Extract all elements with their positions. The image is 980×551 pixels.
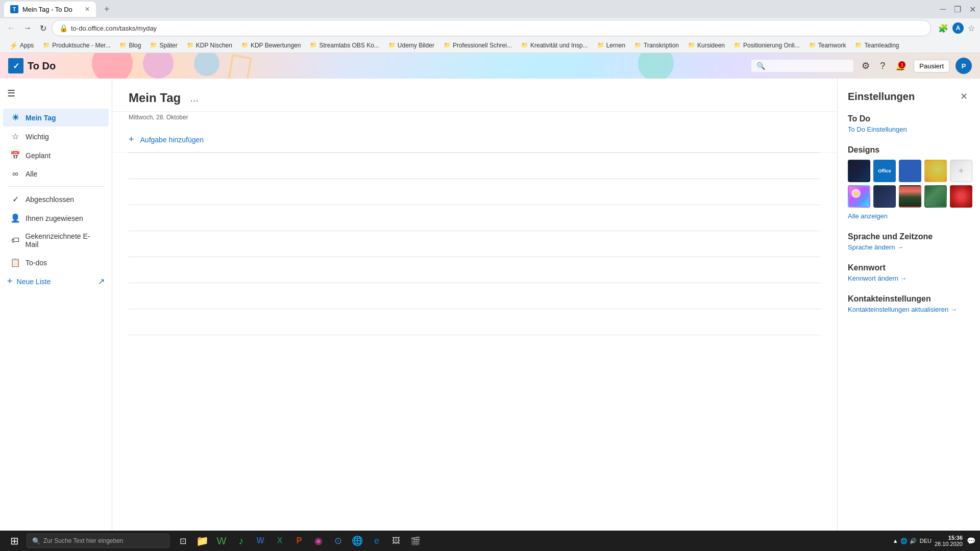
bookmark-apps[interactable]: ⚡ Apps (5, 40, 38, 51)
clock-time: 15:36 (935, 535, 963, 541)
taskbar-apps: ⊡ 📁 W ♪ W X P ◉ ⊙ 🌐 e (174, 532, 425, 550)
bookmark-udemy[interactable]: 📁 Udemy Bilder (384, 41, 438, 50)
search-icon: 🔍 (756, 62, 765, 70)
network-icon[interactable]: 🌐 (900, 538, 908, 544)
app-search-bar[interactable]: 🔍 (751, 60, 853, 72)
sidebar-item-todos[interactable]: 📋 To-dos (3, 254, 109, 271)
password-settings-link[interactable]: Kennwort ändern → (848, 274, 970, 282)
taskbar-explorer[interactable]: 📁 (193, 532, 211, 550)
sidebar-item-mein-tag[interactable]: ☀ Mein Tag (3, 109, 109, 127)
bookmark-spater[interactable]: 📁 Später (146, 41, 181, 50)
bookmark-kdp-nischen[interactable]: 📁 KDP Nischen (183, 41, 236, 50)
design-thumb-red-circle[interactable] (950, 185, 972, 208)
pause-button[interactable]: Pausiert (914, 60, 949, 72)
sidebar-item-geplant[interactable]: 📅 Geplant (3, 146, 109, 164)
clock-date: 28.10.2020 (935, 541, 963, 547)
bookmark-transkription[interactable]: 📁 Transkription (630, 41, 683, 50)
taskbar-task-view[interactable]: ⊡ (174, 532, 192, 550)
taskbar-app-8[interactable]: ⊙ (329, 532, 347, 550)
taskbar-clock[interactable]: 15:36 28.10.2020 (935, 535, 963, 547)
design-thumb-mountains[interactable] (899, 185, 921, 208)
export-icon: ↗ (98, 277, 105, 286)
tray-arrow[interactable]: ▲ (893, 538, 898, 544)
user-avatar[interactable]: P (955, 58, 972, 74)
address-bar[interactable]: 🔒 to-do.office.com/tasks/myday (52, 20, 931, 36)
hamburger-button[interactable]: ☰ (4, 85, 18, 102)
taskbar-chrome[interactable]: 🌐 (348, 532, 366, 550)
close-window-button[interactable]: ✕ (969, 5, 976, 14)
sidebar-item-ihnen-zugewiesen[interactable]: 👤 Ihnen zugewiesen (3, 209, 109, 227)
app10-icon: 🖼 (392, 536, 400, 545)
language-settings-link[interactable]: Sprache ändern → (848, 243, 970, 251)
taskbar: ⊞ 🔍 Zur Suche Text hier eingeben ⊡ 📁 W ♪… (0, 531, 980, 551)
sidebar-item-alle[interactable]: ∞ Alle (3, 165, 109, 183)
restore-button[interactable]: ❐ (954, 5, 961, 14)
taskbar-search-box[interactable]: 🔍 Zur Suche Text hier eingeben (27, 534, 169, 548)
bookmark-kreativitat[interactable]: 📁 Kreativität und Insp... (517, 41, 592, 50)
design-thumb-abstract1[interactable] (924, 160, 947, 182)
check-icon: ✓ (10, 194, 20, 204)
explorer-icon: 📁 (196, 535, 209, 547)
taskbar-powerpoint[interactable]: P (290, 532, 308, 550)
taskbar-app-3[interactable]: W (212, 532, 231, 550)
url-display: to-do.office.com/tasks/myday (71, 24, 923, 32)
bookmark-produktsuche[interactable]: 📁 Produktsuche - Mer... (39, 41, 114, 50)
extensions-icon[interactable]: 🧩 (937, 22, 949, 34)
add-task-row[interactable]: + Aufgabe hinzufügen (112, 127, 837, 153)
bookmark-lernen[interactable]: 📁 Lernen (593, 41, 629, 50)
calendar-icon: 📅 (10, 151, 20, 160)
design-thumb-dark-blue[interactable] (873, 185, 896, 208)
taskbar-app-7[interactable]: ◉ (309, 532, 328, 550)
taskbar-search-placeholder: Zur Suche Text hier eingeben (43, 537, 124, 544)
start-button[interactable]: ⊞ (4, 531, 24, 551)
action-center-button[interactable]: 💬 (966, 536, 976, 546)
design-thumb-blue[interactable] (899, 160, 921, 182)
browser-tab[interactable]: T Mein Tag - To Do ✕ (4, 2, 96, 17)
profile-icon[interactable]: A (952, 22, 964, 34)
bookmark-teamwork[interactable]: 📁 Teamwork (805, 41, 850, 50)
list-icon: 📋 (10, 258, 20, 267)
taskbar-app-10[interactable]: 🖼 (387, 532, 405, 550)
bookmark-streamlabs[interactable]: 📁 Streamlabs OBS Ko... (306, 41, 383, 50)
bookmark-kursideen[interactable]: 📁 Kursideen (684, 41, 729, 50)
bookmark-blog[interactable]: 📁 Blog (115, 41, 145, 50)
sidebar-item-wichtig[interactable]: ☆ Wichtig (3, 128, 109, 145)
bookmark-positionierung[interactable]: 📁 Positionierung Onli... (730, 41, 804, 50)
bookmark-kdp-bewertungen[interactable]: 📁 KDP Bewertungen (237, 41, 305, 50)
language-indicator[interactable]: DEU (920, 538, 932, 544)
settings-close-button[interactable]: ✕ (958, 89, 970, 104)
taskbar-excel[interactable]: X (271, 532, 289, 550)
content-date: Mittwoch, 28. Oktober (112, 112, 837, 127)
design-thumb-dark-circuit[interactable] (848, 160, 870, 182)
volume-icon[interactable]: 🔊 (910, 538, 917, 544)
help-button[interactable]: ? (878, 59, 887, 73)
forward-button[interactable]: → (20, 21, 35, 35)
design-thumb-white[interactable]: + (950, 160, 972, 182)
todo-settings-link[interactable]: To Do Einstellungen (848, 126, 970, 133)
design-thumb-colorful[interactable]: ⭐ (848, 185, 870, 208)
design-thumb-office[interactable]: Office (873, 160, 896, 182)
taskbar-word[interactable]: W (251, 532, 270, 550)
notifications-button[interactable]: 🔔 1 (893, 59, 908, 73)
minimize-button[interactable]: ─ (940, 5, 946, 14)
sidebar-item-email[interactable]: 🏷 Gekennzeichnete E-Mail (3, 228, 109, 253)
design-thumb-green-pattern[interactable] (924, 185, 947, 208)
show-all-designs-link[interactable]: Alle anzeigen (848, 212, 888, 220)
bookmark-professionell[interactable]: 📁 Professionell Schrei... (439, 41, 516, 50)
taskbar-edge[interactable]: e (368, 532, 386, 550)
taskbar-spotify[interactable]: ♪ (232, 532, 250, 550)
more-options-button[interactable]: ... (187, 91, 202, 105)
new-list-button[interactable]: + Neue Liste ↗ (0, 272, 112, 291)
settings-button[interactable]: ⚙ (860, 58, 872, 73)
bookmark-teamleading[interactable]: 📁 Teamleading (851, 41, 903, 50)
sidebar-item-abgeschlossen[interactable]: ✓ Abgeschlossen (3, 190, 109, 208)
taskbar-app-11[interactable]: 🎬 (406, 532, 425, 550)
bookmark-icon[interactable]: ☆ (967, 22, 976, 34)
todo-section-title: To Do (848, 114, 970, 123)
contact-settings-link[interactable]: Kontakteinstellungen aktualisieren → (848, 306, 970, 313)
new-tab-button[interactable]: + (100, 2, 114, 17)
tab-close-button[interactable]: ✕ (85, 6, 90, 13)
back-button[interactable]: ← (4, 21, 18, 35)
spotify-icon: ♪ (238, 535, 243, 547)
refresh-button[interactable]: ↻ (37, 21, 50, 35)
